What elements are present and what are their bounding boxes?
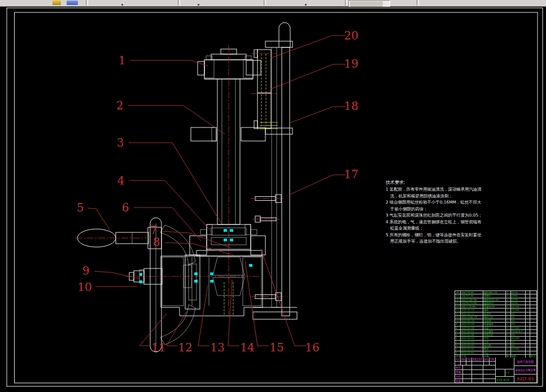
toolbar-separator (264, 0, 266, 6)
bom-cell (526, 309, 530, 311)
layer-combo[interactable] (348, 0, 390, 7)
bom-cell: 9 (455, 323, 461, 325)
weight-cell (496, 369, 505, 376)
bom-cell: 45 (511, 344, 526, 347)
left-header-cell: 标记 (455, 358, 461, 361)
bom-cell: XZJT-03-04 (461, 341, 483, 343)
scale-cell: 1:1 (505, 369, 514, 376)
drawing-number: XZJT-03 (514, 375, 536, 383)
bom-cell (526, 291, 530, 294)
bom-cell (530, 351, 536, 354)
bom-cell: 传动轴 (483, 319, 506, 322)
bom-cell: HT200 (511, 327, 526, 329)
bom-cell (530, 309, 536, 311)
bom-cell: 17 (455, 294, 461, 297)
tech-line: 洗，机架和横梁用防锈油漆涂刷； (386, 193, 482, 200)
bom-cell (526, 347, 530, 350)
bom-cell (530, 302, 536, 305)
callout-2: 2 (116, 99, 124, 112)
bom-cell: 4 (506, 298, 511, 301)
bom-cell (530, 344, 536, 347)
callout-18: 18 (344, 99, 358, 113)
role-cell (472, 375, 483, 378)
bom-cell (530, 312, 536, 315)
role-label: 批准 (455, 379, 463, 383)
bom-cell: 1 (506, 347, 511, 350)
role-cell (472, 370, 483, 374)
bom-cell: GB/T6170-86 (461, 302, 483, 305)
bom-table: 18GB/T70-85螺钉M8×204Q23517GB/T97-85垫圈8465… (455, 291, 536, 358)
callout-11: 11 (151, 341, 165, 354)
callout-19: 19 (344, 57, 358, 71)
bom-cell: 45 (511, 341, 526, 343)
callout-14: 14 (240, 341, 254, 354)
tech-line: 1 装配前，所有零件用煤油清洗，滚动轴承用汽油清 (386, 186, 482, 193)
zoom-icon[interactable] (67, 1, 78, 5)
bom-cell: 立柱 (483, 341, 506, 343)
bom-cell: 4 (455, 341, 461, 343)
bom-cell: GB/T276-89 (461, 305, 483, 308)
bom-cell: 4 (506, 291, 511, 294)
bom-cell: 45 (511, 319, 526, 322)
bom-cell: 45 (511, 312, 526, 315)
role-cell (463, 375, 472, 378)
bom-cell: 1 (506, 323, 511, 325)
callout-13: 13 (210, 341, 224, 354)
bom-cell: 18 (455, 291, 461, 294)
leader-line (270, 36, 332, 58)
bom-cell: 13 (455, 309, 461, 311)
toolbar-text-fragment (121, 4, 123, 6)
tech-title: 技术要求: (386, 179, 482, 186)
redo-icon[interactable] (53, 1, 61, 5)
bom-cell (526, 298, 530, 301)
bom-cell: 滚珠丝杠 (483, 333, 506, 336)
bom-cell: XZJT-03-03 (461, 344, 483, 347)
bom-cell: GB/T1096-79 (461, 316, 483, 319)
gearbox-housing (161, 256, 263, 316)
bom-cell: GCr15 (511, 305, 526, 308)
bom-cell: 丝杠螺母 (483, 330, 506, 333)
bom-cell: 螺母M10 (483, 302, 506, 305)
bom-cell: 45 (511, 323, 526, 325)
bom-cell: 螺栓M10×30 (483, 298, 506, 301)
bom-cell: 16 (455, 298, 461, 301)
bom-cell: XZJT-03-09 (461, 323, 483, 325)
layer-combo-value (350, 1, 383, 7)
bom-cell (530, 305, 536, 308)
bom-cell (526, 333, 530, 336)
bom-cell: XZJT-03-05 (461, 337, 483, 340)
bom-cell: GB/T5783-86 (461, 298, 483, 301)
sheet-count-cell: 共1张 第1张 (496, 377, 514, 384)
bom-cell (530, 291, 536, 294)
callout-17: 17 (344, 168, 358, 181)
role-row: 设计 (455, 365, 495, 370)
bom-cell (526, 312, 530, 315)
bom-cell (526, 337, 530, 340)
bom-cell: 4 (506, 294, 511, 297)
callout-15: 15 (269, 341, 283, 354)
bom-cell (530, 330, 536, 333)
toolbar-separator (178, 0, 180, 6)
bom-cell: 15 (455, 302, 461, 305)
bom-cell: Q235 (511, 302, 526, 305)
bom-cell: 横梁 (483, 347, 506, 350)
bom-cell (526, 330, 530, 333)
bom-cell (526, 294, 530, 297)
bom-cell: 轴承6204 (483, 305, 506, 308)
bom-cell (526, 351, 530, 354)
bom-cell: 支架 (483, 327, 506, 329)
role-row: 批准 (455, 379, 495, 383)
bom-cell: 气缸 (483, 351, 506, 354)
tech-line: 2 啮合侧隙用铅丝检验不小于0.16MM，铅丝不得大 (386, 199, 482, 206)
role-cell (463, 370, 472, 374)
bom-cell: 45 (511, 316, 526, 319)
bom-cell: 1 (506, 337, 511, 340)
toolbar-text-fragment (198, 4, 199, 6)
leader-line (270, 64, 333, 89)
tech-line: 于最小侧隙的四倍； (386, 206, 482, 213)
bom-cell: QSn6-6-3 (511, 330, 526, 333)
tech-line: 5 所有的螺栓，螺钉，销，键等连接件在安装时要使 (386, 232, 482, 239)
bom-cell: 65Mn (511, 294, 526, 297)
toolbar-separator (417, 0, 419, 6)
bom-cell: HT200 (511, 337, 526, 340)
